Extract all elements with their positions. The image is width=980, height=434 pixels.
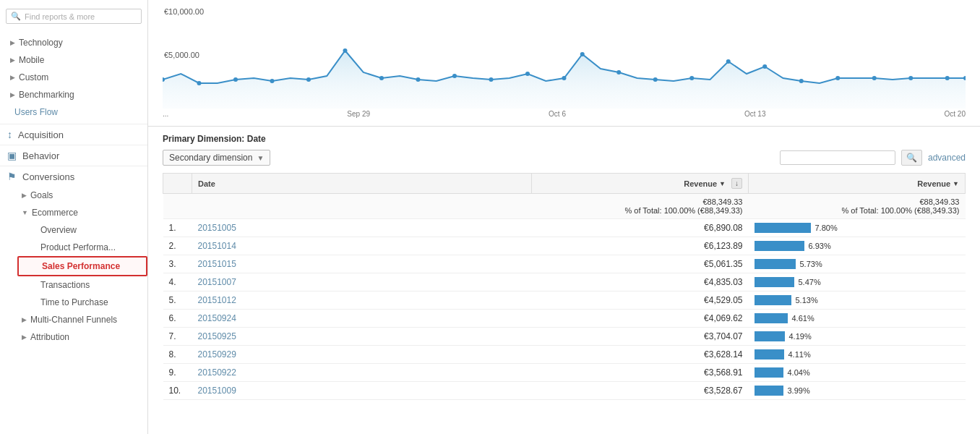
- secondary-dimension-button[interactable]: Secondary dimension ▼: [163, 150, 270, 166]
- table-header-row: Date Revenue ▼ ↓: [163, 174, 966, 194]
- row-bar-cell: 4.11%: [749, 346, 966, 364]
- row-date[interactable]: 20151007: [192, 273, 532, 292]
- revenue-dropdown-2[interactable]: Revenue ▼: [917, 179, 959, 188]
- primary-dimension-value: Date: [247, 134, 266, 144]
- svg-point-15: [653, 77, 658, 82]
- chart-x-label: Sep 29: [347, 110, 370, 118]
- sidebar-item-acquisition[interactable]: ↕ Acquisition: [0, 124, 147, 145]
- svg-point-18: [762, 64, 767, 69]
- svg-point-17: [726, 59, 731, 64]
- row-bar-cell: 5.73%: [749, 255, 966, 273]
- sidebar-item-label: Product Performa...: [40, 242, 116, 252]
- row-revenue: €4,835.03: [532, 273, 749, 292]
- table-row: 10. 20151009 €3,528.67 3.99%: [163, 382, 966, 400]
- sidebar-item-sales-performance[interactable]: Sales Performance: [17, 256, 147, 276]
- row-date[interactable]: 20150925: [192, 328, 532, 346]
- sidebar-item-label: Ecommerce: [32, 208, 78, 218]
- sidebar-item-transactions[interactable]: Transactions: [17, 276, 147, 294]
- arrow-icon: ▶: [10, 39, 15, 46]
- table-row: 7. 20150925 €3,704.07 4.19%: [163, 328, 966, 346]
- row-date[interactable]: 20151014: [192, 237, 532, 255]
- arrow-icon: ▶: [10, 56, 15, 64]
- row-revenue: €3,528.67: [532, 382, 749, 400]
- bar: [755, 367, 783, 378]
- primary-dimension-label: Primary Dimension:: [163, 134, 244, 144]
- row-date[interactable]: 20151009: [192, 382, 532, 400]
- svg-point-14: [616, 70, 621, 75]
- sidebar-item-time-to-purchase[interactable]: Time to Purchase: [17, 294, 147, 311]
- chart-x-labels: ... Sep 29 Oct 6 Oct 13 Oct 20: [163, 109, 966, 118]
- row-date[interactable]: 20150929: [192, 346, 532, 364]
- sidebar-item-benchmarking[interactable]: ▶ Benchmarking: [0, 86, 147, 103]
- sidebar-item-custom[interactable]: ▶ Custom: [0, 69, 147, 86]
- row-bar-cell: 5.47%: [749, 273, 966, 292]
- row-bar-cell: 4.04%: [749, 364, 966, 382]
- row-date[interactable]: 20150922: [192, 364, 532, 382]
- revenue-chart: [163, 14, 966, 109]
- sidebar-section-audience: ▶ Technology ▶ Mobile ▶ Custom ▶ Benchma…: [0, 31, 147, 124]
- table-row: 1. 20151005 €6,890.08 7.80%: [163, 219, 966, 237]
- table-row: 3. 20151015 €5,061.35 5.73%: [163, 255, 966, 273]
- sidebar-item-overview[interactable]: Overview: [17, 221, 147, 239]
- chevron-down-icon: ▼: [257, 154, 264, 162]
- arrow-icon: ▶: [10, 74, 15, 81]
- behavior-icon: ▣: [7, 150, 17, 161]
- bar: [755, 349, 784, 359]
- sidebar-item-label: Mobile: [19, 55, 44, 65]
- sidebar-item-label: Behavior: [22, 150, 59, 161]
- row-num: 2.: [163, 237, 192, 255]
- svg-point-2: [197, 81, 201, 85]
- sidebar-item-behavior[interactable]: ▣ Behavior: [0, 145, 147, 166]
- row-num: 5.: [163, 292, 192, 310]
- sidebar-item-users-flow[interactable]: Users Flow: [0, 103, 147, 121]
- svg-point-6: [343, 48, 347, 53]
- sidebar-item-goals[interactable]: ▶ Goals: [12, 187, 147, 204]
- svg-point-8: [416, 77, 420, 82]
- row-date[interactable]: 20151012: [192, 292, 532, 310]
- total-sub-2: % of Total: 100.00% (€88,349.33): [755, 206, 960, 215]
- main-content: €10,000.00 €5,000.00: [148, 0, 980, 434]
- row-date[interactable]: 20150924: [192, 310, 532, 328]
- total-row: €88,349.33 % of Total: 100.00% (€88,349.…: [163, 194, 966, 219]
- sidebar-item-attribution[interactable]: ▶ Attribution: [12, 328, 147, 346]
- row-date[interactable]: 20151015: [192, 255, 532, 273]
- row-num: 7.: [163, 328, 192, 346]
- total-sub-1: % of Total: 100.00% (€88,349.33): [538, 206, 743, 215]
- bar: [755, 295, 791, 305]
- arrow-icon: ▶: [22, 192, 27, 199]
- bar: [755, 331, 785, 341]
- search-input[interactable]: [780, 150, 895, 165]
- chart-x-label: Oct 13: [744, 110, 765, 118]
- sidebar-item-mobile[interactable]: ▶ Mobile: [0, 51, 147, 69]
- svg-point-5: [306, 77, 311, 82]
- sidebar-item-label: Conversions: [22, 171, 74, 182]
- bar: [755, 277, 794, 287]
- bar: [755, 223, 811, 233]
- sidebar-item-label: Benchmarking: [19, 90, 74, 100]
- revenue-dropdown-1[interactable]: Revenue ▼: [684, 179, 726, 188]
- table-row: 2. 20151014 €6,123.89 6.93%: [163, 237, 966, 255]
- row-bar-cell: 5.13%: [749, 292, 966, 310]
- row-num: 10.: [163, 382, 192, 400]
- row-revenue: €3,704.07: [532, 328, 749, 346]
- svg-point-9: [452, 74, 457, 78]
- search-box[interactable]: 🔍 Find reports & more: [6, 9, 142, 24]
- sidebar-item-label: Acquisition: [18, 129, 64, 140]
- sidebar-item-conversions[interactable]: ⚑ Conversions: [0, 166, 147, 187]
- sort-button-1[interactable]: ↓: [731, 178, 742, 189]
- sidebar-item-ecommerce[interactable]: ▼ Ecommerce: [12, 204, 147, 221]
- sidebar-item-multi-channel[interactable]: ▶ Multi-Channel Funnels: [12, 311, 147, 328]
- col-revenue2-header[interactable]: Revenue ▼: [749, 174, 966, 194]
- sidebar-item-label: Time to Purchase: [40, 297, 108, 307]
- row-date[interactable]: 20151005: [192, 219, 532, 237]
- sidebar-item-label: Multi-Channel Funnels: [30, 315, 117, 325]
- advanced-link[interactable]: advanced: [928, 153, 966, 163]
- sidebar-conversions-sub: ▶ Goals ▼ Ecommerce Overview Product Per…: [0, 187, 147, 346]
- search-button[interactable]: 🔍: [901, 150, 922, 166]
- arrow-icon: ▼: [22, 209, 28, 216]
- conversions-icon: ⚑: [7, 171, 17, 182]
- sidebar-item-technology[interactable]: ▶ Technology: [0, 34, 147, 51]
- col-revenue1-header[interactable]: Revenue ▼ ↓: [532, 174, 749, 194]
- sidebar-item-product-performance[interactable]: Product Performa...: [17, 239, 147, 256]
- triangle-icon: ▼: [953, 180, 959, 187]
